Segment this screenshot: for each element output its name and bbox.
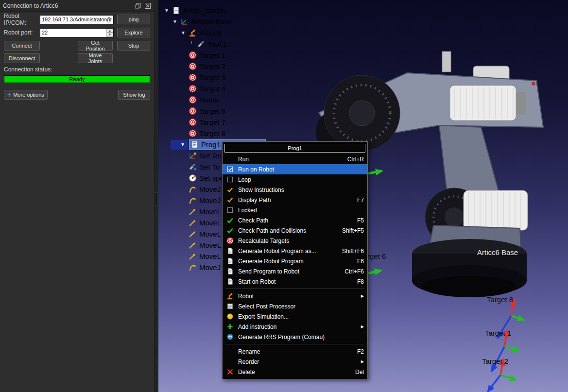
menu-item-display-path[interactable]: Display PathF7 <box>223 195 367 205</box>
tree-item-home[interactable]: Home <box>160 94 266 105</box>
tree-item-body[interactable]: MoveL <box>188 251 224 262</box>
menu-item-run[interactable]: RunCtrl+R <box>223 154 367 164</box>
tree-item-articc6[interactable]: ▼Articc6 <box>160 27 266 38</box>
movel-icon <box>189 219 197 227</box>
tree-item-target-3[interactable]: Target 3 <box>160 72 266 83</box>
frame-arrow-lower[interactable] <box>367 271 381 273</box>
tree-item-articc6-base[interactable]: ▼Articc6 Base <box>160 16 266 27</box>
menu-item-check-path-and-collisions[interactable]: Check Path and CollisionsShift+F5 <box>223 225 367 236</box>
tree-item-target-4[interactable]: Target 4 <box>160 83 266 94</box>
menu-item-show-instructions[interactable]: Show Instructions <box>223 185 367 195</box>
float-panel-icon[interactable] <box>134 2 141 9</box>
tree-item-body[interactable]: Target 7 <box>188 117 228 128</box>
tree-item-label: MoveJ <box>199 263 221 272</box>
menu-item-generate-rrs-program-comau[interactable]: Generate RRS Program (Comau) <box>223 332 367 342</box>
tree-item-body[interactable]: MoveJ <box>188 184 223 195</box>
menu-item-label: Display Path <box>238 197 351 204</box>
more-options-button[interactable]: + More options <box>4 90 48 100</box>
disconnect-button[interactable]: Disconnect <box>4 53 40 63</box>
expand-arrow-icon[interactable]: ▼ <box>171 17 179 27</box>
tree-item-body[interactable]: Articc6 Base <box>179 17 234 27</box>
tree-item-body[interactable]: Target 4 <box>188 84 228 94</box>
tree-item-body[interactable]: Target 3 <box>188 72 228 83</box>
tree-item-body[interactable]: Tool 1 <box>196 39 229 50</box>
tree-item-body[interactable]: MoveL <box>188 206 224 217</box>
menu-shortcut: F2 <box>357 348 364 355</box>
tree-item-body[interactable]: Set To <box>188 162 222 172</box>
tree-indent <box>179 240 188 250</box>
tree-item-target-2[interactable]: Target 2 <box>160 61 266 72</box>
menu-item-run-on-robot[interactable]: Run on Robot <box>223 164 367 174</box>
robot-detail <box>442 51 451 72</box>
tree-item-body[interactable]: MoveJ <box>188 195 223 206</box>
robot-icon <box>189 29 197 37</box>
menu-item-loop[interactable]: Loop <box>223 174 367 185</box>
menu-item-start-on-robot[interactable]: Start on RobotF8 <box>223 276 367 287</box>
menu-item-label: Select Post Processor <box>238 303 364 310</box>
tree-item-body[interactable]: Target 2 <box>188 61 228 72</box>
show-log-button[interactable]: Show log <box>118 90 150 100</box>
stop-button[interactable]: Stop <box>117 41 150 51</box>
tree-item-body[interactable]: Arctic_simple <box>171 5 228 16</box>
menu-item-select-post-processor[interactable]: Select Post Processor <box>223 301 367 311</box>
move-joints-button[interactable]: Move Joints <box>78 53 113 63</box>
robot-port-spinner: ▲ ▼ <box>40 28 114 37</box>
panel-splitter[interactable] <box>155 0 158 392</box>
tree-item-body[interactable]: Target 6 <box>188 106 228 117</box>
robot-motor-upper <box>450 85 516 120</box>
menu-item-add-instruction[interactable]: Add instruction▶ <box>223 322 367 332</box>
menu-item-locked[interactable]: Locked <box>223 205 367 215</box>
explore-button[interactable]: Explore <box>117 28 150 37</box>
robot-port-input[interactable] <box>40 28 114 37</box>
tree-item-body[interactable]: Target 1 <box>188 50 228 61</box>
tree-item-body[interactable]: MoveL <box>188 218 224 228</box>
menu-item-generate-robot-program-as[interactable]: Generate Robot Program as...Shift+F6 <box>223 246 367 256</box>
menu-item-check-path[interactable]: Check PathF5 <box>223 215 367 225</box>
menu-item-delete[interactable]: DeleteDel <box>223 367 367 377</box>
tree-indent <box>179 51 188 60</box>
tree-item-target-7[interactable]: Target 7 <box>160 117 266 128</box>
tree-item-target-1[interactable]: Target 1 <box>160 50 266 61</box>
expand-arrow-icon[interactable]: ▼ <box>179 28 188 38</box>
robot-motor-cap <box>516 92 526 115</box>
tree-item-body[interactable]: Home <box>188 95 221 105</box>
splitter-handle[interactable] <box>155 192 157 206</box>
tree-item-arctic-simple[interactable]: ▼Arctic_simple <box>160 5 266 16</box>
menu-item-recalculate-targets[interactable]: Recalculate Targets <box>223 236 367 246</box>
tree-item-body[interactable]: MoveL <box>188 240 224 251</box>
menu-item-send-program-to-robot[interactable]: Send Program to RobotCtrl+F6 <box>223 266 367 276</box>
tree-item-body[interactable]: Articc6 <box>188 28 224 38</box>
tree-item-target-8[interactable]: Target 8 <box>160 128 266 139</box>
check-green-icon <box>225 227 235 235</box>
frame-arrow-upper[interactable] <box>368 171 382 173</box>
spin-down-button[interactable]: ▼ <box>106 33 113 37</box>
robot-ip-input[interactable] <box>40 15 114 24</box>
movel-icon <box>189 207 197 216</box>
menu-item-generate-robot-program[interactable]: Generate Robot ProgramF6 <box>223 256 367 266</box>
menu-item-rename[interactable]: RenameF2 <box>223 346 367 357</box>
get-position-button[interactable]: Get Position <box>78 41 113 51</box>
ping-button[interactable]: ping <box>117 15 150 24</box>
tree-item-label: Prog1 <box>201 140 221 149</box>
tree-item-body[interactable]: Set spe <box>188 173 226 184</box>
panel-title-bar: Connection to Articc6 <box>0 0 154 12</box>
connect-button[interactable]: Connect <box>4 41 40 51</box>
tree-item-body[interactable]: MoveJ <box>188 262 223 273</box>
tree-item-tool-1[interactable]: └Tool 1 <box>160 38 266 50</box>
expand-arrow-icon[interactable]: ▼ <box>162 6 171 16</box>
menu-item-export-simulation[interactable]: Export Simulation... <box>223 311 367 322</box>
close-panel-icon[interactable] <box>144 2 151 9</box>
tree-item-body[interactable]: Target 8 <box>188 128 228 139</box>
expand-arrow-icon[interactable]: ▼ <box>171 140 188 150</box>
movej-icon <box>189 196 197 205</box>
spin-up-button[interactable]: ▲ <box>106 29 113 33</box>
menu-item-robot[interactable]: Robot▶ <box>223 291 367 301</box>
menu-item-label: Show Instructions <box>238 187 364 193</box>
tree-indent <box>179 173 188 183</box>
tree-item-body[interactable]: Set Re <box>188 151 224 161</box>
menu-item-reorder[interactable]: Reorder▶ <box>223 357 367 367</box>
tree-item-body[interactable]: MoveL <box>188 229 224 239</box>
tree-item-target-6[interactable]: Target 6 <box>160 105 266 117</box>
viewport-3d[interactable]: rget 6Articc6 BaseTarget 8Target 1Target… <box>158 0 568 392</box>
movel-icon <box>189 241 197 249</box>
